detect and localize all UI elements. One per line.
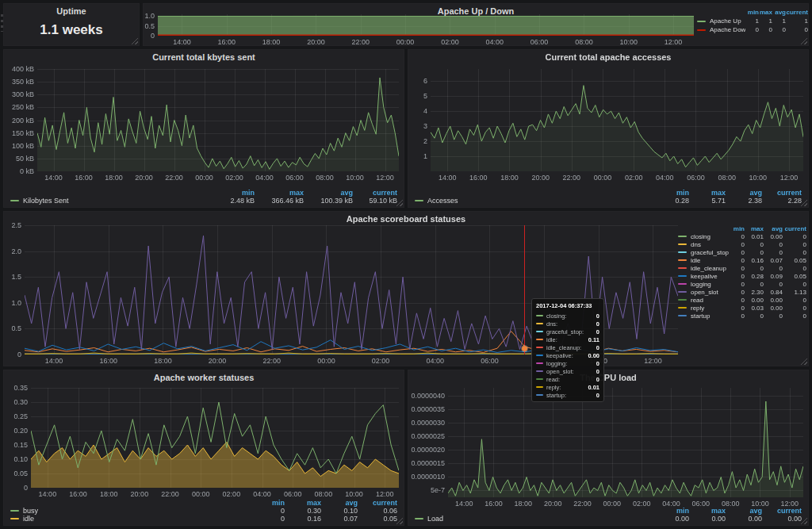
legend-series-name[interactable]: graceful_stop bbox=[691, 249, 730, 256]
legend-value: 0.10 bbox=[321, 507, 358, 515]
tooltip-series-value: 0.11 bbox=[588, 336, 599, 343]
legend-header-current[interactable]: current bbox=[353, 189, 397, 197]
legend-header-row: minmaxavgcurrent bbox=[10, 189, 397, 197]
legend-value: 2.38 bbox=[726, 197, 762, 205]
accesses-graph[interactable] bbox=[431, 69, 803, 171]
legend-series-name[interactable]: reply bbox=[691, 305, 730, 312]
panel-title[interactable]: Apache scoreboard statuses bbox=[4, 214, 808, 224]
legend-value: 0 bbox=[764, 312, 783, 320]
legend-header-min[interactable]: min bbox=[215, 189, 255, 197]
legend-value: 0 bbox=[783, 265, 806, 272]
workers-graph[interactable] bbox=[31, 388, 399, 488]
legend-series-name[interactable]: Kilobytes Sent bbox=[23, 197, 215, 205]
legend-header-avg[interactable]: avg bbox=[726, 189, 762, 197]
legend-header-min[interactable]: min bbox=[654, 189, 689, 197]
panel-title[interactable]: Current total apache accesses bbox=[408, 52, 808, 62]
legend-header-current[interactable]: current bbox=[762, 189, 802, 197]
legend-value: 0.00 bbox=[745, 297, 764, 304]
x-tick-label: 14:00 bbox=[435, 174, 459, 182]
legend-series-name[interactable]: read bbox=[691, 297, 730, 304]
panel-resize-handle[interactable] bbox=[800, 358, 807, 365]
legend-header-current[interactable]: current bbox=[358, 499, 397, 507]
y-tick-label: 3 bbox=[423, 122, 427, 130]
legend-header-avg[interactable]: avg bbox=[321, 499, 358, 507]
legend-value: 0.28 bbox=[745, 273, 764, 280]
legend-header-avg[interactable]: avg bbox=[764, 225, 783, 232]
legend-series-name[interactable]: idle bbox=[23, 515, 250, 523]
legend-value: 0 bbox=[783, 281, 806, 288]
x-tick-label: 20:00 bbox=[529, 174, 553, 182]
series-color-dash bbox=[536, 347, 543, 348]
x-tick-label: 08:00 bbox=[572, 38, 596, 46]
legend-header-current[interactable]: current bbox=[783, 225, 806, 232]
legend-header-max[interactable]: max bbox=[689, 507, 726, 515]
x-tick-label: 08:00 bbox=[715, 174, 739, 182]
legend-header-min[interactable]: min bbox=[250, 499, 285, 507]
legend-value: 0.00 bbox=[726, 515, 762, 523]
legend-series-name[interactable]: idle bbox=[691, 257, 730, 264]
y-tick-label: 0.0000015 bbox=[411, 459, 445, 467]
panel-apache-accesses: Current total apache accesses 654321 14:… bbox=[408, 49, 809, 208]
legend-series-name[interactable]: startup bbox=[691, 312, 730, 320]
legend-series-name[interactable]: idle_cleanup bbox=[691, 265, 730, 272]
legend-series-name[interactable]: Load bbox=[427, 515, 654, 523]
legend-header-avg[interactable]: avg bbox=[726, 507, 762, 515]
legend-series-name[interactable]: keepalive bbox=[691, 273, 730, 280]
legend-header-max[interactable]: max bbox=[759, 9, 772, 16]
x-tick-label: 02:00 bbox=[438, 38, 462, 46]
legend-series-name[interactable]: closing bbox=[691, 233, 730, 240]
y-tick-label: 200 kB bbox=[12, 117, 34, 125]
legend-series-name[interactable]: Apache Up bbox=[710, 17, 745, 25]
legend-header-max[interactable]: max bbox=[689, 189, 726, 197]
legend-header-max[interactable]: max bbox=[255, 189, 304, 197]
legend: minmaxavgcurrentAccesses0.285.712.382.28 bbox=[415, 189, 802, 205]
legend-header-current[interactable]: current bbox=[762, 507, 802, 515]
x-tick-label: 12:00 bbox=[373, 174, 397, 182]
legend-series-name[interactable]: Accesses bbox=[427, 197, 654, 205]
legend-row: closing00.010.000 bbox=[678, 232, 806, 240]
legend: minmaxavgcurrentLoad0.000.000.000.00 bbox=[415, 507, 802, 523]
x-tick-label: 16:00 bbox=[67, 490, 90, 498]
legend-value: 0 bbox=[764, 265, 783, 272]
legend-header-avg[interactable]: avg bbox=[772, 9, 786, 16]
legend-header-max[interactable]: max bbox=[745, 225, 764, 232]
panel-resize-handle[interactable] bbox=[131, 37, 138, 44]
legend-value: 0 bbox=[730, 297, 745, 304]
updown-graph[interactable] bbox=[158, 14, 694, 36]
cpu-graph[interactable] bbox=[448, 388, 803, 497]
legend-series-name[interactable]: busy bbox=[23, 507, 250, 515]
legend-row: keepalive00.280.090.05 bbox=[678, 272, 806, 280]
legend-header-min[interactable]: min bbox=[654, 507, 689, 515]
legend-series-name[interactable]: dns bbox=[691, 241, 730, 248]
legend-header-max[interactable]: max bbox=[285, 499, 321, 507]
legend-header-current[interactable]: current bbox=[786, 9, 808, 16]
legend-value: 0 bbox=[783, 241, 806, 248]
panel-title[interactable]: Uptime bbox=[4, 6, 139, 16]
legend-row: Load0.000.000.000.00 bbox=[415, 515, 802, 523]
x-tick-label: 14:00 bbox=[170, 38, 193, 46]
legend-value: 0.01 bbox=[745, 233, 764, 240]
legend-header-min[interactable]: min bbox=[745, 9, 759, 16]
legend-series-name[interactable]: Apache Down bbox=[710, 26, 745, 33]
legend-value: 59.10 kB bbox=[353, 197, 397, 205]
legend-row: Accesses0.285.712.382.28 bbox=[415, 197, 802, 205]
kbytes-graph[interactable] bbox=[37, 69, 399, 171]
legend-header-min[interactable]: min bbox=[730, 225, 745, 232]
legend-value: 0.07 bbox=[321, 515, 358, 523]
panel-title[interactable]: Current total kbytes sent bbox=[4, 52, 404, 62]
legend-value: 1 bbox=[772, 17, 786, 25]
tooltip-series-value: 0.00 bbox=[588, 352, 599, 359]
panel-resize-handle[interactable] bbox=[800, 37, 807, 44]
panel-scoreboard: Apache scoreboard statuses 2.52.01.51.00… bbox=[3, 211, 809, 366]
x-tick-label: 20:00 bbox=[128, 490, 151, 498]
panel-title[interactable]: Apache worker statuses bbox=[4, 373, 404, 382]
legend-value: 0 bbox=[783, 249, 806, 256]
legend-header-avg[interactable]: avg bbox=[304, 189, 353, 197]
legend-value: 100.39 kB bbox=[304, 197, 353, 205]
legend-series-name[interactable]: logging bbox=[691, 281, 730, 288]
legend-value: 0.05 bbox=[783, 273, 806, 280]
legend-header-row: minmaxavgcurrent bbox=[415, 189, 802, 197]
y-tick-label: 250 kB bbox=[12, 103, 34, 111]
panel-title[interactable]: The CPU load bbox=[408, 373, 808, 382]
legend-series-name[interactable]: open_slot bbox=[691, 289, 730, 296]
